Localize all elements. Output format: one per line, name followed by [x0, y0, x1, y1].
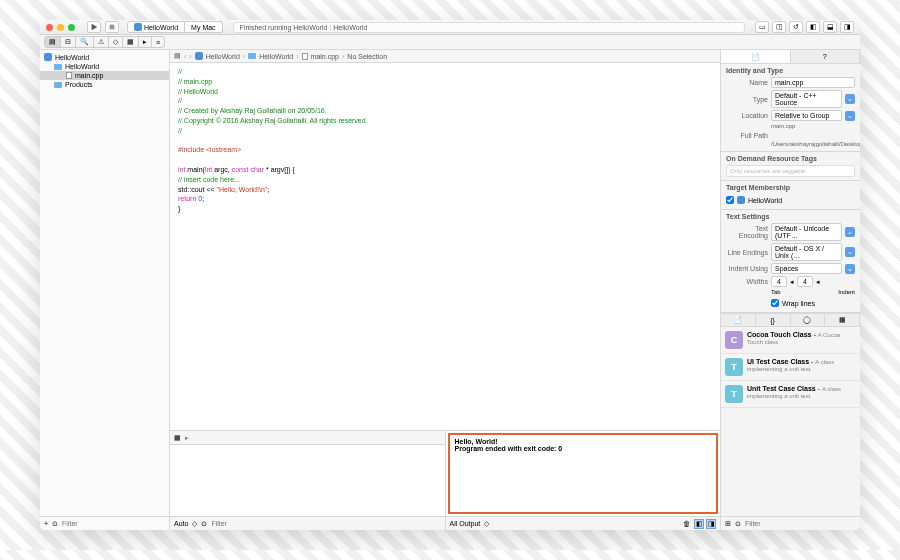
grid-view-icon[interactable]: ⊞ [725, 520, 731, 528]
nav-tab-log-icon[interactable]: ≡ [152, 37, 164, 47]
jump-bar[interactable]: ▤ ‹› HelloWorld› HelloWorld› main.cpp› N… [170, 50, 720, 63]
library-filter-input[interactable] [745, 520, 856, 527]
utilities-panel: 📄 ? Identity and Type Namemain.cpp TypeD… [720, 50, 860, 530]
full-path-text: /Users/akshayrajgollahalli/Desktop/Hello… [726, 141, 855, 148]
file-icon [302, 53, 308, 60]
show-variables-icon[interactable]: ◧ [694, 519, 704, 529]
tab-width-input[interactable]: 4 [771, 276, 787, 287]
trash-icon[interactable]: 🗑 [683, 520, 690, 527]
scheme-device: My Mac [191, 24, 216, 31]
nav-tab-find-icon[interactable]: 🔍 [76, 37, 94, 47]
chevron-down-icon[interactable]: ⌄ [845, 94, 855, 104]
panel-bottom-icon[interactable]: ⬓ [823, 21, 837, 33]
project-icon [44, 53, 52, 61]
tree-project-root[interactable]: HelloWorld [40, 52, 169, 62]
minimize-button[interactable] [57, 24, 64, 31]
chevron-down-icon[interactable]: ⌄ [845, 227, 855, 237]
run-button[interactable] [87, 21, 101, 33]
tree-file-main[interactable]: main.cpp [40, 71, 169, 80]
nav-tab-symbol-icon[interactable]: ⊟ [61, 37, 76, 47]
tree-group[interactable]: HelloWorld [40, 62, 169, 71]
library-item[interactable]: TUnit Test Case Class - A class implemen… [721, 381, 860, 408]
scope-selector[interactable]: Auto [174, 520, 188, 527]
project-navigator: HelloWorld HelloWorld main.cpp Products … [40, 50, 170, 530]
library-item[interactable]: CCocoa Touch Class - A Cocoa Touch class [721, 327, 860, 354]
file-inspector-tab-icon[interactable]: 📄 [721, 50, 791, 63]
folder-icon [54, 64, 62, 70]
template-icon: C [725, 331, 743, 349]
nav-tab-breakpoint-icon[interactable]: ▸ [139, 37, 152, 47]
project-icon [195, 52, 203, 60]
file-name-field[interactable]: main.cpp [771, 77, 855, 88]
navigator-tab-bar: ▤ ⊟ 🔍 ⚠ ◇ ▦ ▸ ≡ [40, 35, 860, 50]
identity-header: Identity and Type [726, 67, 855, 74]
app-icon [737, 196, 745, 204]
close-button[interactable] [46, 24, 53, 31]
activity-status: Finished running HelloWorld : HelloWorld [233, 22, 745, 33]
variables-filter[interactable] [211, 520, 440, 527]
xcode-window: HelloWorld My Mac Finished running Hello… [40, 20, 860, 530]
console-output[interactable]: Hello, World! Program ended with exit co… [448, 433, 719, 514]
source-editor[interactable]: // // main.cpp // HelloWorld // // Creat… [170, 63, 720, 430]
folder-icon [248, 53, 256, 59]
output-selector[interactable]: All Output [450, 520, 481, 527]
svg-rect-0 [110, 25, 115, 30]
library-item[interactable]: TUI Test Case Class - A class implementi… [721, 354, 860, 381]
show-console-icon[interactable]: ◨ [706, 519, 716, 529]
nav-tab-debug-icon[interactable]: ▦ [123, 37, 139, 47]
stop-button[interactable] [105, 21, 119, 33]
file-tree[interactable]: HelloWorld HelloWorld main.cpp Products [40, 50, 169, 516]
file-type-select[interactable]: Default - C++ Source [771, 90, 842, 108]
library-list[interactable]: CCocoa Touch Class - A Cocoa Touch class… [721, 327, 860, 516]
variables-view[interactable] [170, 445, 445, 516]
chevron-down-icon[interactable]: ⌄ [845, 111, 855, 121]
chevron-down-icon[interactable]: ⌄ [845, 247, 855, 257]
folder-icon [54, 82, 62, 88]
add-file-button[interactable]: + [44, 520, 48, 527]
file-template-tab-icon[interactable]: 📄 [721, 314, 756, 326]
object-library-tab-icon[interactable]: ◯ [791, 314, 826, 326]
indent-width-input[interactable]: 4 [797, 276, 813, 287]
chevron-down-icon[interactable]: ⌄ [845, 264, 855, 274]
navigator-filter-input[interactable] [62, 520, 165, 527]
indent-select[interactable]: Spaces [771, 263, 842, 274]
debug-toggle-icon[interactable]: ▦ [174, 434, 181, 442]
panel-right-icon[interactable]: ◨ [840, 21, 854, 33]
panel-left-icon[interactable]: ◧ [806, 21, 820, 33]
template-icon: T [725, 385, 743, 403]
encoding-select[interactable]: Default - Unicode (UTF… [771, 223, 842, 241]
file-icon [66, 72, 72, 79]
filter-icon: ⊙ [52, 520, 58, 528]
editor-assistant-icon[interactable]: ◫ [772, 21, 786, 33]
editor-version-icon[interactable]: ↺ [789, 21, 803, 33]
wrap-lines-checkbox[interactable] [771, 299, 779, 307]
debug-area: ▦▸ Auto ◇ ⊙ Hello, World! Program ended … [170, 430, 720, 530]
zoom-button[interactable] [68, 24, 75, 31]
scheme-target: HelloWorld [144, 24, 178, 31]
nav-tab-project-icon[interactable]: ▤ [45, 37, 61, 47]
template-icon: T [725, 358, 743, 376]
jump-bar-related-icon[interactable]: ▤ [174, 52, 181, 60]
location-select[interactable]: Relative to Group [771, 110, 842, 121]
titlebar: HelloWorld My Mac Finished running Hello… [40, 20, 860, 35]
line-endings-select[interactable]: Default - OS X / Unix (… [771, 243, 842, 261]
scheme-selector[interactable]: HelloWorld My Mac [127, 21, 223, 33]
code-snippet-tab-icon[interactable]: {} [756, 314, 791, 326]
nav-tab-test-icon[interactable]: ◇ [109, 37, 123, 47]
nav-tab-issue-icon[interactable]: ⚠ [94, 37, 109, 47]
resource-tags-field: Only resources are taggable [726, 165, 855, 177]
target-checkbox[interactable] [726, 196, 734, 204]
breakpoint-toggle-icon[interactable]: ▸ [185, 434, 189, 442]
editor-standard-icon[interactable]: ▭ [755, 21, 769, 33]
media-library-tab-icon[interactable]: ▦ [825, 314, 860, 326]
quick-help-tab-icon[interactable]: ? [791, 50, 861, 63]
app-icon [134, 23, 142, 31]
tree-products[interactable]: Products [40, 80, 169, 89]
